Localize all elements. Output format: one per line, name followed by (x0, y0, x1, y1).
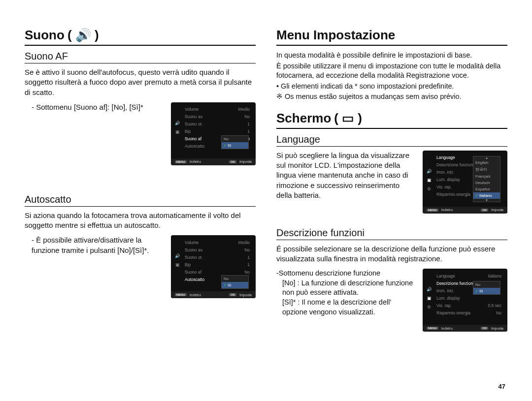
lcd-menu-row: Bip1 (175, 261, 252, 268)
body-suono-af: Se è attivo il suono dell'autofocus, que… (25, 67, 256, 97)
lcd-screenshot-descrizione: 🔊▣⚙LanguageItalianoDescrizione funzioniI… (423, 269, 507, 332)
lcd-menu-row: VolumeMedio (175, 239, 252, 246)
intro-line-4: ※ Os menus estão sujeitos a mudanças sem… (276, 92, 507, 102)
subheading-suono-af: Suono AF (25, 51, 256, 63)
lcd-screenshot-suono-af: 🔊▣VolumeMedioSuono av.NoSuono ot.1Bip1Su… (171, 102, 256, 165)
right-column: Menu Impostazione In questa modalità è p… (276, 28, 507, 345)
lcd-menu-row: Risparmio energiaNo (427, 309, 503, 316)
section-suono-af: Suono AF Se è attivo il suono dell'autof… (25, 51, 256, 165)
lcd-menu-row: Suono av.No (175, 246, 252, 253)
lcd-menu-row: LanguageItaliano (427, 272, 503, 279)
heading-suono-text: Suono (25, 28, 65, 43)
lcd-menu-row: Suono afNo (175, 268, 252, 276)
submenu-suono-af: - Sottomenu [Suono af]: [No], [Sì]* (25, 102, 162, 112)
lcd-popup-item: No (222, 276, 248, 282)
lcd-popup: ▲English한국어FrançaisDeutschEspañolItalian… (473, 156, 500, 202)
lcd-screenshot-language: 🔊▣⚙LanguageDescrizione funzioniImm. iniz… (423, 151, 507, 214)
lcd-popup-item: Italiano (473, 192, 500, 199)
display-icon: ( ▭ ) (334, 111, 362, 126)
lcd-footer: MENUIndietroOKImposta (171, 158, 256, 165)
section-descrizione-funzioni: Descrizione funzioni É possibile selezio… (276, 227, 507, 332)
lcd-popup-item: 한국어 (473, 166, 500, 173)
left-column: Suono ( 🔊 ) Suono AF Se è attivo il suon… (25, 28, 256, 345)
lcd-popup-item: No (222, 136, 248, 142)
lcd-menu-row: Suono ot.1 (175, 253, 252, 261)
intro-line-3: • Gli elementi indicati da * sono impost… (276, 82, 507, 92)
heading-schermo-text: Schermo (276, 111, 331, 126)
body-descrizione-funzioni: É possibile selezionare se la descrizion… (276, 244, 507, 264)
lcd-footer: MENUIndietroOKImposta (423, 207, 507, 214)
intro-line-2: È possibile utilizzare il menu di impost… (276, 62, 507, 81)
lcd-popup: NoSì (473, 281, 500, 295)
lcd-menu-row: Suono ot.1 (175, 121, 252, 128)
speaker-icon: ( 🔊 ) (67, 28, 99, 43)
sub-no-descrizione: [No] : La funzione di descrizione funzio… (276, 278, 414, 298)
lcd-menu-row: Suono av.No (175, 113, 252, 121)
lcd-popup-item: Deutsch (473, 180, 500, 186)
intro-line-1: In questa modalità è possibile definire … (276, 51, 507, 61)
section-autoscatto: Autoscatto Si aziona quando la fotocamer… (25, 194, 256, 299)
body-language: Si può scegliere la lingua da visualizza… (276, 151, 414, 200)
lcd-menu-row: Vis. rap.0,5 sec (427, 302, 503, 309)
heading-suono: Suono ( 🔊 ) (25, 28, 256, 46)
lcd-menu-row: Lum. display (427, 294, 503, 302)
heading-menu-impostazione-text: Menu Impostazione (276, 28, 395, 43)
lcd-footer: MENUIndietroOKImposta (423, 325, 507, 332)
lcd-screenshot-autoscatto: 🔊▣VolumeMedioSuono av.NoSuono ot.1Bip1Su… (171, 235, 256, 298)
lcd-popup-item: English (473, 159, 500, 166)
heading-schermo: Schermo ( ▭ ) (276, 111, 507, 129)
lcd-popup: NoSì (221, 275, 249, 289)
lcd-popup-item: Français (473, 173, 500, 180)
lcd-popup-item: Sì (473, 288, 500, 294)
subheading-descrizione-funzioni: Descrizione funzioni (276, 227, 507, 240)
lcd-footer: MENUIndietroOKImposta (171, 291, 256, 298)
sub-si-descrizione: [Sì]* : Il nome e la descrizione dell' o… (276, 298, 414, 317)
submenu-autoscatto: - È possibile attivare/disattivare la fu… (25, 235, 162, 255)
lcd-popup-item: Sì (222, 142, 248, 149)
heading-menu-impostazione: Menu Impostazione (276, 28, 507, 46)
lcd-popup-item: Español (473, 186, 500, 192)
subheading-autoscatto: Autoscatto (25, 194, 256, 207)
section-language: Language Si può scegliere la lingua da v… (276, 134, 507, 214)
body-autoscatto: Si aziona quando la fotocamera trova aut… (25, 211, 256, 231)
sub-title-descrizione: -Sottomenu descrizione funzione (276, 269, 414, 278)
page-number: 47 (499, 383, 505, 390)
lcd-menu-row: Bip1 (175, 128, 252, 135)
lcd-popup-item: Sì (222, 282, 248, 288)
lcd-popup-item: No (473, 281, 500, 288)
lcd-popup: NoSì (221, 135, 249, 149)
subheading-language: Language (276, 134, 507, 147)
lcd-menu-row: VolumeMedio (175, 106, 252, 113)
